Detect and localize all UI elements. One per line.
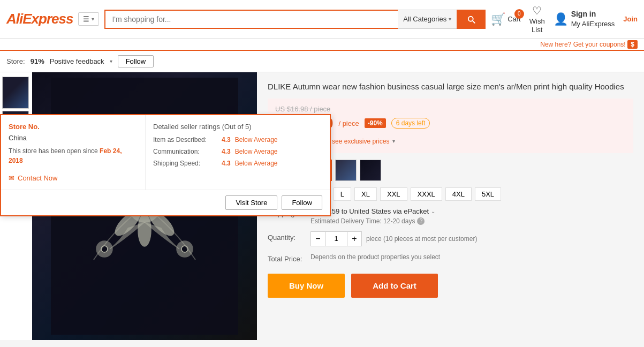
search-icon bbox=[466, 14, 476, 24]
size-L[interactable]: L bbox=[334, 187, 351, 201]
total-price-row: Total Price: Depends on the product prop… bbox=[268, 253, 633, 263]
size-5XL[interactable]: 5XL bbox=[475, 187, 501, 201]
visit-store-button[interactable]: Visit Store bbox=[225, 195, 277, 210]
logo[interactable]: AliExpress bbox=[6, 11, 73, 27]
rating-text-ship: Below Average bbox=[235, 160, 278, 167]
rating-text-comm: Below Average bbox=[235, 148, 278, 155]
popup-right: Detailed seller ratings (Out of 5) Item … bbox=[146, 115, 330, 190]
total-note: Depends on the product properties you se… bbox=[310, 253, 440, 261]
coupon-amount: $ bbox=[627, 40, 638, 49]
store-label: Store: bbox=[6, 57, 25, 65]
follow-button-popup[interactable]: Follow bbox=[282, 195, 322, 210]
shipping-route: US $8.59 to United States via ePacket ⌄ bbox=[310, 207, 633, 215]
quantity-increase-button[interactable]: + bbox=[347, 231, 362, 246]
product-title: DLIKE Autumn wear new fashion business c… bbox=[268, 81, 633, 93]
hamburger-icon: ☰ bbox=[83, 15, 89, 23]
mail-icon: ✉ bbox=[9, 174, 14, 182]
wishlist-icon: ♡ bbox=[532, 4, 542, 17]
days-left-badge: 6 days left bbox=[391, 118, 430, 129]
chevron-down-icon: ▾ bbox=[392, 138, 395, 144]
store-popup-body: Store No. China This store has been open… bbox=[1, 115, 330, 190]
store-country: China bbox=[9, 134, 138, 142]
wishlist-label: WishList bbox=[529, 17, 545, 34]
color-swatch-3[interactable] bbox=[360, 160, 381, 181]
page-wrapper: Store No. China This store has been open… bbox=[0, 72, 644, 340]
quantity-control: − + bbox=[310, 231, 362, 246]
quantity-row: Quantity: − + piece (10 pieces at most p… bbox=[268, 231, 633, 246]
svg-point-16 bbox=[101, 246, 108, 252]
size-XL[interactable]: XL bbox=[354, 187, 377, 201]
header-right: 🛒 0 Cart ♡ WishList 👤 Sign in My AliExpr… bbox=[491, 4, 638, 34]
help-icon[interactable]: ? bbox=[417, 217, 425, 225]
rating-label-ship: Shipping Speed: bbox=[153, 160, 217, 167]
shipping-info: US $8.59 to United States via ePacket ⌄ … bbox=[310, 207, 633, 225]
categories-dropdown[interactable]: All Categories ▾ bbox=[398, 10, 457, 29]
menu-button[interactable]: ☰ ▾ bbox=[78, 12, 99, 26]
ratings-title: Detailed seller ratings (Out of 5) bbox=[153, 123, 322, 131]
chevron-down-icon: ▾ bbox=[449, 16, 451, 22]
rating-value-item: 4.3 bbox=[222, 136, 231, 144]
size-4XL[interactable]: 4XL bbox=[445, 187, 472, 201]
svg-point-18 bbox=[181, 246, 188, 252]
total-label: Total Price: bbox=[268, 253, 305, 263]
svg-point-7 bbox=[138, 214, 151, 246]
ratings-subtitle: (Out of 5) bbox=[222, 123, 252, 131]
quantity-control-area: − + piece (10 pieces at most per custome… bbox=[310, 231, 633, 246]
coupon-bar: New here? Get your coupons! $ bbox=[0, 39, 644, 51]
rating-row-comm: Communication: 4.3 Below Average bbox=[153, 148, 322, 155]
color-swatches bbox=[310, 160, 633, 181]
size-XXXL[interactable]: XXXL bbox=[411, 187, 442, 201]
rating-value-comm: 4.3 bbox=[222, 148, 231, 155]
coupon-text[interactable]: New here? Get your coupons! bbox=[540, 41, 625, 48]
price-unit: / piece bbox=[338, 119, 359, 127]
header: AliExpress ☰ ▾ All Categories ▾ 🛒 0 Cart… bbox=[0, 0, 644, 39]
quantity-note: piece (10 pieces at most per customer) bbox=[366, 235, 477, 243]
discount-badge: -90% bbox=[365, 118, 386, 128]
wishlist-area[interactable]: ♡ WishList bbox=[529, 4, 545, 34]
follow-button-top[interactable]: Follow bbox=[118, 55, 154, 67]
rating-row-item: Item as Described: 4.3 Below Average bbox=[153, 136, 322, 144]
rating-value-ship: 4.3 bbox=[222, 160, 231, 167]
quantity-label: Quantity: bbox=[268, 231, 305, 242]
search-button[interactable] bbox=[457, 10, 486, 29]
store-positive-percent: 91% bbox=[31, 57, 44, 65]
popup-footer: Visit Store Follow bbox=[1, 190, 330, 215]
action-buttons: Buy Now Add to Cart bbox=[268, 274, 633, 298]
rating-row-ship: Shipping Speed: 4.3 Below Average bbox=[153, 160, 322, 167]
popup-left: Store No. China This store has been open… bbox=[1, 115, 146, 190]
size-buttons-area: M L XL XXL XXXL 4XL 5XL bbox=[310, 187, 633, 201]
chevron-down-icon[interactable]: ⌄ bbox=[431, 208, 435, 214]
chevron-down-icon: ▾ bbox=[92, 16, 94, 22]
add-to-cart-button[interactable]: Add to Cart bbox=[351, 274, 438, 298]
sign-in-area[interactable]: 👤 Sign in My AliExpress bbox=[554, 9, 615, 29]
quantity-input[interactable] bbox=[325, 231, 347, 246]
original-price: US $16.98 / piece bbox=[275, 105, 626, 113]
search-input[interactable] bbox=[104, 10, 398, 29]
rating-label-comm: Communication: bbox=[153, 148, 217, 155]
quantity-decrease-button[interactable]: − bbox=[310, 231, 325, 246]
categories-label: All Categories bbox=[403, 15, 446, 23]
cart-icon: 🛒 bbox=[491, 12, 505, 26]
positive-feedback-label: Positive feedback bbox=[50, 57, 104, 65]
color-swatch-2[interactable] bbox=[335, 160, 357, 181]
store-no-link[interactable]: Store No. bbox=[9, 123, 138, 131]
delivery-time: Estimated Delivery Time: 12-20 days ? bbox=[310, 217, 633, 225]
thumbnail-1[interactable] bbox=[2, 77, 29, 109]
chevron-down-icon: ▾ bbox=[110, 58, 112, 64]
rating-text-item: Below Average bbox=[235, 136, 278, 144]
user-icon: 👤 bbox=[554, 12, 568, 26]
join-button[interactable]: Join bbox=[623, 15, 638, 23]
rating-label-item: Item as Described: bbox=[153, 136, 217, 144]
store-bar: Store: 91% Positive feedback ▾ Follow bbox=[0, 51, 644, 72]
contact-now-button[interactable]: ✉ Contact Now bbox=[9, 174, 138, 182]
cart-area[interactable]: 🛒 0 Cart bbox=[491, 12, 521, 26]
cart-badge: 0 bbox=[514, 9, 524, 19]
store-popup: Store No. China This store has been open… bbox=[0, 114, 331, 216]
sign-text: Sign in My AliExpress bbox=[571, 9, 615, 29]
search-bar: All Categories ▾ bbox=[104, 10, 486, 29]
size-XXL[interactable]: XXL bbox=[380, 187, 407, 201]
store-since: This store has been open since Feb 24, 2… bbox=[9, 146, 138, 165]
buy-now-button[interactable]: Buy Now bbox=[268, 274, 345, 298]
